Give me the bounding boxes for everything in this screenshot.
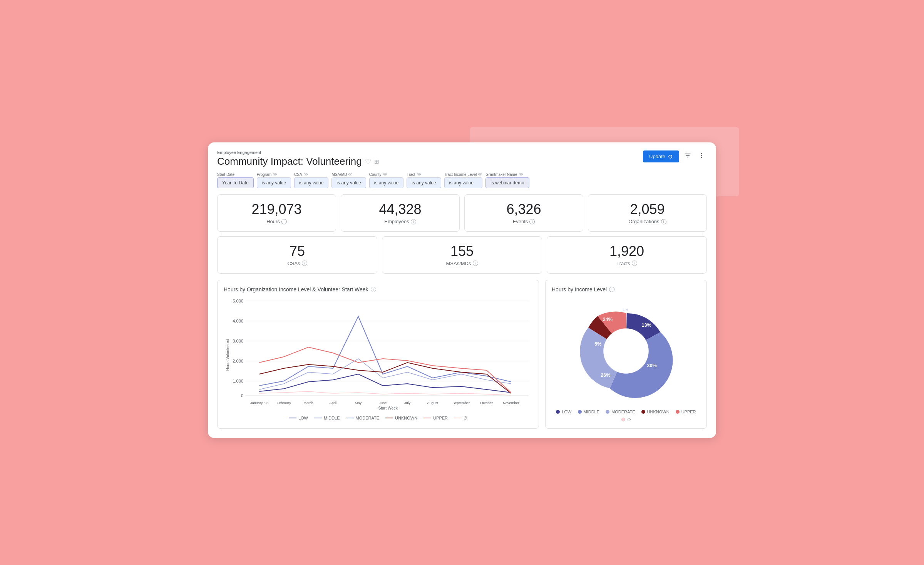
svg-text:July: July (404, 401, 411, 405)
filter-tract: Tract is any value (407, 172, 441, 188)
legend-moderate: MODERATE (346, 416, 380, 421)
svg-text:5,000: 5,000 (233, 299, 243, 303)
svg-text:Start Week: Start Week (378, 406, 398, 410)
legend-middle: MIDDLE (314, 416, 340, 421)
donut-legend-middle: MIDDLE (578, 410, 600, 414)
donut-legend-null: ∅ (621, 417, 631, 422)
info-icon-events[interactable]: i (529, 219, 535, 224)
svg-text:26%: 26% (601, 373, 610, 378)
svg-text:24%: 24% (603, 316, 613, 322)
info-icon-msas[interactable]: i (473, 261, 478, 266)
svg-text:November: November (503, 401, 519, 405)
more-button[interactable] (696, 150, 707, 163)
legend-upper: UPPER (424, 416, 448, 421)
link-icon (348, 172, 353, 177)
app-label: Employee Engagement (217, 150, 379, 155)
stat-organizations: 2,059 Organizations i (588, 194, 707, 232)
svg-text:Hours Volunteered: Hours Volunteered (226, 339, 230, 371)
info-icon-line-chart[interactable]: i (371, 287, 376, 292)
line-chart: 5,000 4,000 3,000 2,000 1,000 0 Hours Vo… (224, 297, 532, 413)
line-chart-card: Hours by Organization Income Level & Vol… (217, 280, 539, 429)
svg-text:1,000: 1,000 (233, 379, 243, 383)
stat-msas: 155 MSAs/MDs i (382, 236, 542, 274)
filter-start-date: Start Date Year To Date (217, 172, 254, 188)
filter-chip-start-date[interactable]: Year To Date (217, 177, 254, 188)
filter-csa: CSA is any value (294, 172, 328, 188)
info-icon-csas[interactable]: i (302, 261, 307, 266)
link-icon (303, 172, 308, 177)
link-icon (519, 172, 523, 177)
svg-text:3,000: 3,000 (233, 339, 243, 343)
filter-chip-program[interactable]: is any value (257, 177, 291, 188)
filters-row: Start Date Year To Date Program is any v… (217, 172, 707, 188)
svg-text:5%: 5% (594, 341, 601, 347)
donut-legend-upper: UPPER (676, 410, 696, 414)
legend-low: LOW (289, 416, 308, 421)
svg-text:February: February (277, 401, 291, 405)
heart-icon: ♡ (365, 157, 371, 166)
stat-csas: 75 CSAs i (217, 236, 377, 274)
refresh-icon (668, 154, 673, 159)
filter-button[interactable] (682, 150, 693, 163)
donut-chart: 13% 30% 26% 5% 24% 1% LOW (552, 297, 700, 422)
stat-tracts: 1,920 Tracts i (547, 236, 707, 274)
svg-text:2,000: 2,000 (233, 359, 243, 363)
line-chart-legend: LOW MIDDLE MODERATE UNKNOWN (224, 416, 532, 421)
link-icon (478, 172, 482, 177)
svg-text:0: 0 (241, 393, 243, 398)
stat-employees: 44,328 Employees i (341, 194, 460, 232)
info-icon-employees[interactable]: i (411, 219, 416, 224)
donut-chart-legend: LOW MIDDLE MODERATE UNKNOWN (552, 410, 700, 422)
info-icon-organizations[interactable]: i (661, 219, 666, 224)
filter-chip-csa[interactable]: is any value (294, 177, 328, 188)
svg-text:June: June (379, 401, 387, 405)
filter-program: Program is any value (257, 172, 291, 188)
svg-text:September: September (452, 401, 470, 405)
svg-text:October: October (480, 401, 493, 405)
filter-chip-county[interactable]: is any value (369, 177, 403, 188)
svg-text:April: April (330, 401, 336, 405)
update-button[interactable]: Update (643, 150, 679, 162)
grid-icon: ⊞ (374, 158, 379, 165)
info-icon-donut[interactable]: i (609, 287, 614, 292)
filter-chip-tract-income[interactable]: is any value (444, 177, 483, 188)
svg-text:March: March (303, 401, 313, 405)
stat-hours: 219,073 Hours i (217, 194, 336, 232)
stat-events: 6,326 Events i (464, 194, 583, 232)
svg-text:1%: 1% (623, 308, 628, 312)
filter-chip-tract[interactable]: is any value (407, 177, 441, 188)
svg-text:13%: 13% (642, 323, 651, 328)
donut-legend-low: LOW (556, 410, 571, 414)
svg-text:August: August (427, 401, 439, 405)
link-icon (273, 172, 277, 177)
svg-point-25 (603, 328, 649, 374)
filter-county: County is any value (369, 172, 403, 188)
header-actions: Update (643, 150, 707, 163)
donut-svg: 13% 30% 26% 5% 24% 1% (572, 297, 680, 405)
line-chart-svg: 5,000 4,000 3,000 2,000 1,000 0 Hours Vo… (224, 297, 532, 413)
stats-top-grid: 219,073 Hours i 44,328 Employees i 6,326… (217, 194, 707, 232)
filter-chip-grantmaker[interactable]: is webinar demo (485, 177, 529, 188)
svg-text:January '23: January '23 (250, 401, 268, 405)
filter-msa: MSA/MD is any value (331, 172, 366, 188)
filter-chip-msa[interactable]: is any value (331, 177, 366, 188)
donut-legend-unknown: UNKNOWN (641, 410, 670, 414)
legend-unknown: UNKNOWN (385, 416, 417, 421)
svg-text:30%: 30% (647, 363, 657, 368)
charts-section: Hours by Organization Income Level & Vol… (217, 280, 707, 429)
stats-bottom-grid: 75 CSAs i 155 MSAs/MDs i 1,920 Tracts i (217, 236, 707, 274)
link-icon (383, 172, 387, 177)
filter-grantmaker: Grantmaker Name is webinar demo (485, 172, 529, 188)
filter-tract-income: Tract Income Level is any value (444, 172, 483, 188)
info-icon-tracts[interactable]: i (632, 261, 637, 266)
donut-chart-card: Hours by Income Level i (545, 280, 707, 429)
legend-null: ∅ (454, 416, 467, 421)
page-title: Community Impact: Volunteering ♡ ⊞ (217, 155, 379, 167)
svg-text:May: May (355, 401, 362, 405)
info-icon-hours[interactable]: i (281, 219, 287, 224)
svg-text:4,000: 4,000 (233, 319, 243, 323)
link-icon (417, 172, 421, 177)
donut-legend-moderate: MODERATE (606, 410, 635, 414)
